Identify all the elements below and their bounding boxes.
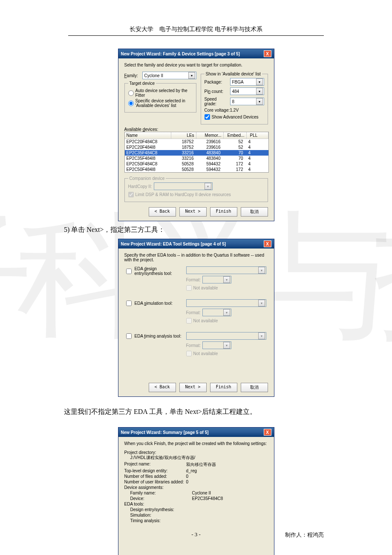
cancel-button[interactable]: 取消 (241, 383, 268, 392)
chevron-down-icon[interactable]: ▾ (188, 72, 195, 79)
dialog-eda-tools: New Project Wizard: EDA Tool Settings [p… (118, 239, 274, 397)
target-device-group: Target device Auto device selected by th… (124, 81, 196, 113)
author-text: 制作人：程鸿亮 (285, 531, 324, 539)
summary-item: Simulation: (124, 513, 268, 517)
close-icon[interactable]: X (264, 429, 271, 436)
summary-item: Number of user libraries added:0 (124, 480, 268, 484)
table-row[interactable]: EP2C20F484I818752239616524 (125, 145, 268, 150)
package-combo[interactable]: FBGA▾ (230, 78, 264, 86)
header-rule (68, 35, 324, 36)
finish-button[interactable]: Finish (210, 383, 237, 392)
speed-label: Speed grade: (205, 97, 230, 106)
show-adv-label: Show Advanced Devices (212, 115, 259, 119)
pin-combo[interactable]: 484▾ (230, 87, 264, 95)
dialog-title: New Project Wizard: Family & Device Sett… (121, 52, 240, 56)
limit-check (128, 192, 134, 197)
eda-simulation-label: EDA simulation tool: (135, 301, 173, 306)
step-5-text: 5) 单击 Next>，指定第三方工具： (64, 225, 328, 234)
table-row[interactable]: EP2C50F484C8505285944321724 (125, 161, 268, 167)
pin-label: Pin count: (205, 89, 230, 94)
chevron-down-icon: ▾ (223, 309, 230, 316)
summary-item: Number of files added:0 (124, 474, 268, 479)
radio-specific[interactable] (128, 101, 134, 106)
close-icon[interactable]: X (264, 240, 271, 247)
available-label: Available devices: (124, 127, 268, 132)
col-mem[interactable]: Memor... (196, 132, 224, 139)
chevron-down-icon: ▾ (205, 183, 211, 190)
eda-timing-label: EDA timing analysis tool: (135, 334, 182, 338)
hardcopy-label: HardCopy II: (128, 184, 154, 189)
radio-auto[interactable] (128, 90, 134, 96)
table-row[interactable]: EP2C35F484C833216483840704 (125, 150, 268, 156)
radio-auto-label: Auto device selected by the Fitter (135, 88, 193, 98)
radio-specific-label: Specific device selected in 'Available d… (135, 98, 193, 108)
chevron-down-icon: ▾ (258, 267, 265, 274)
not-avail-check (186, 285, 192, 291)
eda-synthesis-combo: ▾ (186, 266, 266, 274)
speed-combo[interactable]: 8▾ (230, 98, 264, 105)
format-label: Format: (186, 310, 202, 315)
core-label: Core voltage: (205, 108, 230, 113)
page-number: - 3 - (191, 531, 201, 538)
format-combo: ▾ (202, 341, 231, 349)
instruction-text: When you click Finish, the project will … (124, 441, 268, 446)
hardcopy-combo: ▾ (154, 182, 213, 190)
summary-item: Project name:双向移位寄存器 (124, 462, 268, 468)
back-button[interactable]: < Back (149, 383, 176, 392)
chevron-down-icon: ▾ (258, 332, 265, 339)
close-icon[interactable]: X (264, 50, 271, 57)
summary-item: Timing analysis: (124, 518, 268, 523)
dialog-title: New Project Wizard: EDA Tool Settings [p… (121, 242, 226, 246)
eda-simulation-check[interactable] (126, 301, 132, 306)
proj-dir-value: J:/VHDL课程实验/双向移位寄存器/ (124, 455, 268, 461)
target-legend: Target device (128, 81, 156, 86)
eda-timing-combo: ▾ (186, 332, 266, 340)
chevron-down-icon[interactable]: ▾ (256, 98, 263, 105)
eda-timing-check[interactable] (126, 333, 132, 339)
chevron-down-icon[interactable]: ▾ (256, 88, 263, 95)
back-button[interactable]: < Back (149, 207, 176, 217)
show-adv-check[interactable] (205, 114, 210, 120)
eda-simulation-combo: ▾ (186, 299, 266, 307)
table-row[interactable]: EP2C35F484I833216483840704 (125, 156, 268, 161)
not-avail-check (186, 351, 192, 356)
col-name[interactable]: Name (125, 132, 171, 139)
format-label: Format: (186, 343, 202, 348)
show-legend: Show in 'Available device' list (205, 72, 262, 76)
eda-synthesis-label: EDA design entry/synthesis tool: (135, 266, 186, 276)
col-emb[interactable]: Embed... (224, 132, 247, 139)
eda-synthesis-check[interactable] (126, 269, 132, 274)
show-available-group: Show in 'Available device' list Package:… (201, 72, 268, 124)
proj-dir-label: Project directory: (124, 450, 268, 455)
header-text: 长安大学 电子与控制工程学院 电子科学与技术系 (130, 26, 262, 32)
dialog-title: New Project Wizard: Summary [page 5 of 5… (121, 430, 209, 435)
format-combo: ▾ (202, 309, 231, 316)
titlebar: New Project Wizard: Summary [page 5 of 5… (118, 428, 274, 437)
chevron-down-icon: ▾ (258, 300, 265, 306)
between-text: 这里我们不指定第三方 EDA 工具，单击 Next>后结束工程建立。 (64, 408, 328, 416)
cancel-button[interactable]: 取消 (241, 207, 268, 217)
chevron-down-icon[interactable]: ▾ (256, 78, 263, 85)
family-combo[interactable]: Cyclone II▾ (142, 72, 196, 79)
summary-item: Top-level design entity:d_reg (124, 468, 268, 473)
finish-button[interactable]: Finish (210, 207, 237, 217)
chevron-down-icon: ▾ (223, 276, 230, 283)
col-les[interactable]: LEs (171, 132, 196, 139)
format-label: Format: (186, 278, 202, 282)
next-button[interactable]: Next > (179, 207, 207, 217)
titlebar: New Project Wizard: EDA Tool Settings [p… (118, 239, 274, 249)
titlebar: New Project Wizard: Family & Device Sett… (118, 49, 274, 58)
limit-label: Limit DSP & RAM to HardCopy II device re… (135, 192, 231, 197)
table-row[interactable]: EP2C50F484I8505285944321724 (125, 167, 268, 172)
format-combo: ▾ (202, 276, 231, 283)
instruction-text: Specify the other EDA tools -- in additi… (124, 253, 268, 262)
dialog-device-settings: New Project Wizard: Family & Device Sett… (118, 49, 274, 221)
instruction-text: Select the family and device you want to… (124, 63, 268, 67)
devices-table: Name LEs Memor... Embed... PLL EP2C20F48… (124, 132, 269, 173)
dev-assign-label: Device assignments: (124, 485, 268, 490)
table-row[interactable]: EP2C20F484C818752239616524 (125, 139, 268, 145)
summary-item: Family name:Cyclone II (124, 491, 268, 495)
next-button[interactable]: Next > (179, 383, 207, 392)
package-label: Package: (205, 80, 230, 84)
col-pll[interactable]: PLL (247, 132, 268, 139)
